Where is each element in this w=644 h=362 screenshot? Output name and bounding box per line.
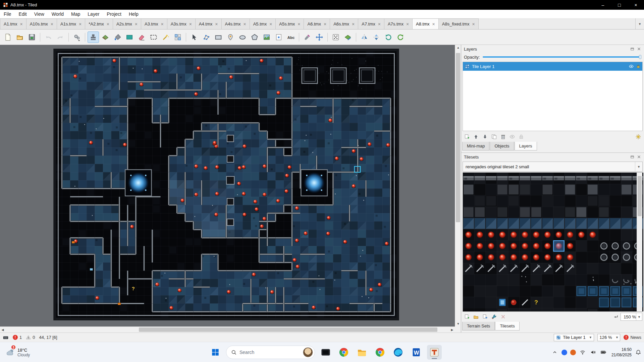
tab-A1s.tmx[interactable]: A1s.tmx×	[57, 18, 85, 29]
warning-indicator[interactable]: 0	[26, 335, 35, 340]
menu-file[interactable]: File	[0, 10, 15, 18]
tab-close-icon[interactable]: ×	[20, 22, 22, 26]
tab-A10s.tmx[interactable]: A10s.tmx×	[26, 18, 57, 29]
float-panel-icon[interactable]	[630, 155, 635, 159]
random-mode-button[interactable]	[330, 32, 341, 43]
tab-close-icon[interactable]: ×	[189, 22, 192, 26]
scroll-down-arrow[interactable]: ▼	[455, 321, 461, 326]
menu-help[interactable]: Help	[125, 10, 142, 18]
search-box[interactable]	[226, 346, 315, 359]
opacity-slider-handle[interactable]	[639, 55, 641, 59]
scroll-up-arrow[interactable]: ▲	[455, 45, 461, 50]
rotate-right-button[interactable]	[395, 32, 406, 43]
tab-close-icon[interactable]: ×	[215, 22, 218, 26]
tab-A1.tmx[interactable]: A1.tmx×	[0, 18, 26, 29]
tab-A4.tmx[interactable]: A4.tmx×	[196, 18, 222, 29]
undo-button[interactable]	[43, 32, 54, 43]
console-icon[interactable]	[3, 335, 9, 341]
rectangular-select-button[interactable]	[148, 32, 159, 43]
app-tiled[interactable]	[427, 345, 442, 360]
reset-zoom-icon[interactable]	[613, 314, 619, 319]
execute-command-button[interactable]	[71, 32, 83, 43]
tileset-scroll-thumb[interactable]	[638, 176, 642, 216]
lock-other-layers-button[interactable]	[517, 133, 525, 141]
vscroll-thumb[interactable]	[456, 53, 460, 222]
minimize-button[interactable]: –	[595, 0, 611, 10]
tileset-select-combo[interactable]: renegades original tileset 2 small ▾	[463, 162, 643, 172]
layer-row[interactable]: Tile Layer 1	[463, 62, 642, 71]
tab-close-icon[interactable]: ×	[352, 22, 355, 26]
tab-list-button[interactable]: ▾	[635, 18, 644, 29]
teams-tray-icon[interactable]	[561, 350, 567, 355]
dock-tab-objects[interactable]: Objects	[490, 142, 514, 150]
tab-close-icon[interactable]: ×	[107, 22, 109, 26]
insert-template-button[interactable]	[273, 32, 284, 43]
insert-rectangle-button[interactable]	[213, 32, 224, 43]
open-tileset-button[interactable]	[472, 313, 480, 321]
app-tray-icon[interactable]	[570, 350, 576, 355]
terrain-brush-button[interactable]	[100, 32, 111, 43]
highlight-current-layer-button[interactable]	[634, 133, 642, 141]
app-chrome-2[interactable]	[373, 345, 387, 360]
tab-A8s_fixed.tmx[interactable]: A8s_fixed.tmx×	[439, 18, 479, 29]
map-hscrollbar[interactable]: ◀ ▶	[0, 326, 455, 333]
tab-close-icon[interactable]: ×	[269, 22, 272, 26]
bucket-fill-button[interactable]	[112, 32, 123, 43]
notification-bell-icon[interactable]	[635, 349, 642, 356]
tileset-zoom-combo[interactable]: 150 % ▾	[621, 313, 642, 321]
lower-layer-button[interactable]	[481, 133, 489, 141]
search-avatar[interactable]	[303, 347, 313, 357]
tileset-canvas[interactable]	[463, 173, 643, 311]
menu-world[interactable]: World	[48, 10, 67, 18]
close-button[interactable]: ×	[628, 0, 644, 10]
menu-map[interactable]: Map	[67, 10, 84, 18]
tab-close-icon[interactable]: ×	[135, 22, 138, 26]
tab-A5s.tmx[interactable]: A5s.tmx×	[276, 18, 304, 29]
magic-wand-button[interactable]	[160, 32, 171, 43]
show-other-layers-button[interactable]	[508, 133, 516, 141]
flip-vertical-button[interactable]	[371, 32, 382, 43]
app-edge[interactable]	[391, 345, 406, 360]
select-same-tile-button[interactable]	[172, 32, 183, 43]
dock-tab-layers[interactable]: Layers	[515, 142, 537, 150]
open-button[interactable]	[14, 32, 25, 43]
tab-A7s.tmx[interactable]: A7s.tmx×	[384, 18, 413, 29]
redo-button[interactable]	[55, 32, 66, 43]
maximize-button[interactable]: □	[611, 0, 628, 10]
select-objects-button[interactable]	[189, 32, 200, 43]
insert-point-button[interactable]	[225, 32, 236, 43]
menu-view[interactable]: View	[31, 10, 48, 18]
tab-close-icon[interactable]: ×	[324, 22, 326, 26]
tab-A2s.tmx[interactable]: A2s.tmx×	[113, 18, 141, 29]
tab-close-icon[interactable]: ×	[406, 22, 409, 26]
menu-edit[interactable]: Edit	[15, 10, 31, 18]
app-chrome[interactable]	[336, 345, 351, 360]
new-layer-button[interactable]	[463, 133, 471, 141]
tab-A3s.tmx[interactable]: A3s.tmx×	[167, 18, 196, 29]
zoom-combo[interactable]: 126 % ▾	[597, 334, 621, 341]
error-indicator[interactable]: ! 1	[13, 335, 22, 340]
layer-select-combo[interactable]: Tile Layer 1 ▾	[554, 334, 594, 341]
offset-layers-button[interactable]	[314, 32, 325, 43]
taskbar-clock[interactable]: 16:50 21/08/2025	[611, 347, 632, 358]
raise-layer-button[interactable]	[472, 133, 480, 141]
scroll-left-arrow[interactable]: ◀	[0, 327, 5, 333]
insert-polygon-button[interactable]	[249, 32, 260, 43]
dock-tab-tilesets[interactable]: Tilesets	[495, 322, 519, 330]
rotate-left-button[interactable]	[383, 32, 394, 43]
news-button[interactable]: ! News	[624, 335, 641, 340]
hscroll-thumb[interactable]	[139, 327, 437, 332]
eraser-button[interactable]	[136, 32, 147, 43]
delete-tileset-button[interactable]	[499, 313, 507, 321]
tab-close-icon[interactable]: ×	[472, 22, 475, 26]
tab-close-icon[interactable]: ×	[432, 22, 435, 26]
new-tileset-button[interactable]	[463, 313, 471, 321]
opacity-slider[interactable]	[483, 55, 641, 59]
terrain-fill-mode-button[interactable]	[342, 32, 354, 43]
app-word[interactable]: W	[409, 345, 424, 360]
scroll-right-arrow[interactable]: ▶	[449, 327, 455, 333]
map-canvas[interactable]	[54, 49, 399, 320]
insert-text-button[interactable]: Abc	[285, 32, 297, 43]
search-input[interactable]	[239, 350, 300, 355]
title-bar[interactable]: A8.tmx - Tiled – □ ×	[0, 0, 644, 10]
